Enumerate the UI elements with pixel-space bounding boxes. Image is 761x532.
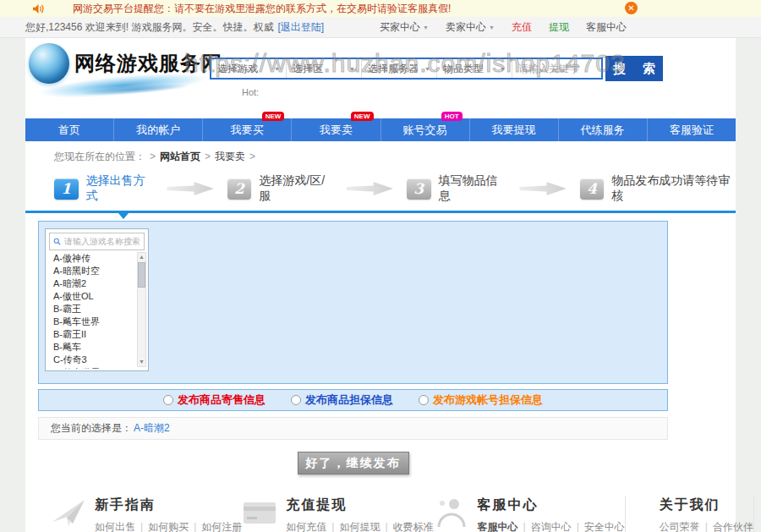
logo-text: 网络游戏服务网 — [74, 50, 222, 77]
footer-link-如何充值[interactable]: 如何充值 — [286, 521, 326, 532]
game-list-item[interactable]: C-传奇3 — [46, 354, 148, 366]
nav-item-账号交易[interactable]: 账号交易HOT — [381, 118, 470, 141]
game-list-item[interactable]: A-暗潮2 — [46, 277, 148, 290]
search-select-物品类型[interactable]: 物品类型▼ — [437, 59, 512, 78]
nav-item-客服验证[interactable]: 客服验证 — [648, 118, 736, 141]
new-badge: NEW — [351, 112, 374, 121]
bank-card-icon — [242, 496, 286, 531]
footer-title[interactable]: 新手指南 — [95, 496, 242, 514]
breadcrumb-separator: > — [249, 151, 255, 162]
footer-link-如何出售[interactable]: 如何出售 — [95, 521, 135, 532]
step-label: 物品发布成功请等待审核 — [611, 173, 736, 204]
footer-links: 公司荣誉|合作伙伴 — [660, 520, 753, 532]
step-label: 选择游戏/区/服 — [259, 173, 332, 204]
step-4: 4物品发布成功请等待审核 — [580, 173, 736, 204]
publish-option-发布游戏帐号担保信息[interactable]: 发布游戏帐号担保信息 — [419, 392, 543, 408]
nav-item-我要卖[interactable]: 我要卖NEW — [292, 118, 380, 141]
game-list-item[interactable]: A-傲神传 — [46, 252, 148, 265]
user-links: 买家中心▼卖家中心▼充值提现客服中心 — [380, 20, 627, 35]
nav-item-label: 我要买 — [231, 123, 264, 136]
search-select-选择游戏[interactable]: 选择游戏▼ — [211, 59, 287, 78]
search-input[interactable] — [512, 59, 601, 78]
footer-link-收费标准[interactable]: 收费标准 — [393, 521, 434, 532]
user-link-充值[interactable]: 充值 — [512, 20, 532, 35]
search-select-选择区[interactable]: 选择区▼ — [287, 59, 362, 78]
link-separator: | — [194, 521, 196, 532]
step-2: 2选择游戏/区/服 — [227, 173, 333, 204]
scroll-down-icon[interactable]: ▼ — [139, 358, 145, 366]
nav-item-label: 代练服务 — [581, 123, 625, 136]
footer-link-如何提现[interactable]: 如何提现 — [339, 521, 380, 532]
publish-option-label: 发布商品担保信息 — [305, 392, 393, 408]
game-list-item[interactable]: A-暗黑时空 — [46, 265, 148, 277]
breadcrumb-link-网站首页[interactable]: 网站首页 — [160, 151, 200, 162]
search-select-选择服务器[interactable]: 选择服务器▼ — [362, 59, 437, 78]
game-list-item[interactable]: B-霸王II — [46, 328, 148, 341]
footer-link-咨询中心[interactable]: 咨询中心 — [531, 521, 572, 532]
radio-button[interactable] — [419, 395, 429, 405]
footer-link-安全中心[interactable]: 安全中心 — [584, 521, 625, 532]
nav-item-我要买[interactable]: 我要买NEW — [203, 118, 292, 141]
main-nav: 首页我的帐户我要买NEW我要卖NEW账号交易HOT我要提现代练服务客服验证 — [25, 118, 736, 141]
footer-link-如何注册[interactable]: 如何注册 — [201, 521, 242, 532]
link-separator: | — [705, 521, 708, 532]
publish-option-发布商品担保信息[interactable]: 发布商品担保信息 — [291, 392, 393, 408]
current-selection-bar: 您当前的选择是： A-暗潮2 — [38, 417, 668, 440]
logout-link[interactable]: [退出登陆] — [277, 20, 324, 35]
hot-badge: HOT — [441, 112, 463, 121]
footer-column-text: 充值提现如何充值|如何提现|收费标准 — [286, 496, 433, 532]
user-link-客服中心[interactable]: 客服中心 — [586, 20, 627, 35]
radio-button[interactable] — [163, 395, 173, 405]
footer-link-客服中心[interactable]: 客服中心 — [478, 521, 518, 532]
search-select-label: 物品类型 — [443, 62, 484, 76]
button-row: 好了，继续发布 — [38, 452, 668, 474]
nav-item-label: 客服验证 — [670, 123, 714, 136]
scrollbar-thumb[interactable] — [138, 262, 145, 288]
user-link-label: 客服中心 — [586, 20, 627, 35]
game-list-item[interactable]: B-飚车 — [46, 341, 148, 354]
footer-column-text: 客服中心客服中心|咨询中心|安全中心 — [478, 496, 625, 532]
game-list-panel: A-傲神传A-暗黑时空A-暗潮2A-傲世OLB-霸王B-飚车世界B-霸王IIB-… — [45, 228, 149, 371]
user-link-卖家中心[interactable]: 卖家中心▼ — [446, 20, 495, 35]
selected-game-link[interactable]: A-暗潮2 — [134, 421, 170, 436]
nav-item-首页[interactable]: 首页 — [25, 118, 114, 141]
close-icon[interactable]: ✕ — [625, 2, 638, 14]
site-logo[interactable]: 网络游戏服务网 — [29, 43, 222, 84]
game-search-field[interactable] — [49, 233, 145, 250]
radio-button[interactable] — [291, 395, 301, 405]
footer-title[interactable]: 关于我们 — [660, 496, 753, 514]
game-list-item[interactable]: A-傲世OL — [46, 290, 148, 303]
breadcrumb-link-我要卖[interactable]: 我要卖 — [215, 151, 245, 162]
scrollbar[interactable]: ▲ ▼ — [137, 252, 146, 367]
footer-link-公司荣誉[interactable]: 公司荣誉 — [660, 521, 700, 532]
sell-method-panel: A-傲神传A-暗黑时空A-暗潮2A-傲世OLB-霸王B-飚车世界B-霸王IIB-… — [38, 221, 668, 384]
arrow-right-icon — [347, 182, 393, 195]
game-list-item[interactable]: B-飚车世界 — [46, 315, 148, 328]
game-list-item[interactable]: B-霸王 — [46, 303, 148, 315]
game-list: A-傲神传A-暗黑时空A-暗潮2A-傲世OLB-霸王B-飚车世界B-霸王IIB-… — [46, 252, 148, 369]
nav-item-我的帐户[interactable]: 我的帐户 — [114, 118, 203, 141]
publish-option-发布商品寄售信息[interactable]: 发布商品寄售信息 — [163, 392, 266, 408]
footer-links: 如何充值|如何提现|收费标准 — [286, 520, 433, 532]
nav-item-我要提现[interactable]: 我要提现 — [470, 118, 559, 141]
footer-link-如何购买[interactable]: 如何购买 — [148, 521, 189, 532]
continue-publish-button[interactable]: 好了，继续发布 — [298, 452, 409, 474]
search-button[interactable]: 搜 索 — [605, 56, 663, 81]
notice-text: 网游交易平台提醒您：请不要在游戏里泄露您的联系方式，在交易时请验证客服真假! — [73, 2, 451, 16]
user-link-label: 买家中心 — [380, 20, 420, 35]
footer-link-合作伙伴[interactable]: 合作伙伴 — [713, 521, 753, 532]
nav-item-代练服务[interactable]: 代练服务 — [559, 118, 648, 141]
welcome-text: 您好,123456 欢迎来到! 游戏服务网。安全。快捷。权威 — [25, 20, 273, 35]
step-label: 选择出售方式 — [86, 173, 154, 204]
scroll-up-icon[interactable]: ▲ — [139, 253, 145, 261]
game-items: A-傲神传A-暗黑时空A-暗潮2A-傲世OLB-霸王B-飚车世界B-霸王IIB-… — [46, 252, 148, 369]
paper-plane-icon — [51, 496, 95, 531]
footer-title[interactable]: 客服中心 — [478, 496, 625, 514]
nav-item-label: 首页 — [58, 123, 80, 136]
user-link-提现[interactable]: 提现 — [549, 20, 569, 35]
game-list-item[interactable]: C-传奇世界 — [46, 366, 148, 369]
user-link-买家中心[interactable]: 买家中心▼ — [380, 20, 429, 35]
game-search-input[interactable] — [64, 237, 140, 246]
arrow-right-icon — [167, 182, 213, 195]
footer-title[interactable]: 充值提现 — [286, 496, 433, 514]
